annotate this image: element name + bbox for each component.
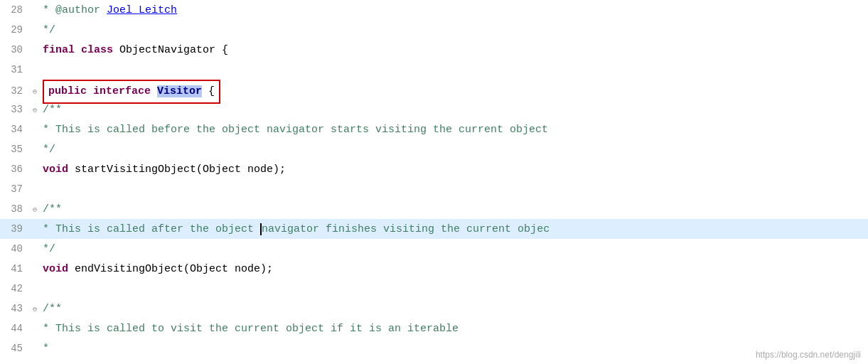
code-line-32: 32⊖public interface Visitor {	[0, 80, 868, 100]
code-content-39: * This is called after the object naviga…	[40, 220, 868, 240]
code-line-36: 36 void startVisitingObject(Object node)…	[0, 159, 868, 179]
code-content-41: void endVisitingObject(Object node);	[40, 259, 868, 279]
line-number-35: 35	[0, 139, 30, 159]
code-line-29: 29 */	[0, 20, 868, 40]
code-content-34: * This is called before the object navig…	[40, 120, 868, 140]
code-line-40: 40 */	[0, 239, 868, 259]
code-content-43: /**	[40, 299, 868, 319]
line-number-28: 28	[0, 0, 30, 20]
code-line-41: 41 void endVisitingObject(Object node);	[0, 259, 868, 279]
fold-indicator-43[interactable]: ⊖	[30, 299, 40, 320]
fold-indicator-33[interactable]: ⊖	[30, 100, 40, 121]
code-line-34: 34 * This is called before the object na…	[0, 119, 868, 139]
line-number-37: 37	[0, 179, 30, 199]
code-line-45: 45 *	[0, 338, 868, 358]
code-line-38: 38⊖ /**	[0, 199, 868, 219]
line-number-39: 39	[0, 219, 30, 239]
line-number-44: 44	[0, 318, 30, 338]
watermark: https://blog.csdn.net/dengjili	[756, 350, 861, 360]
code-line-39: 39 * This is called after the object nav…	[0, 219, 868, 239]
line-number-34: 34	[0, 119, 30, 139]
line-number-36: 36	[0, 159, 30, 179]
code-content-40: */	[40, 240, 868, 259]
line-number-42: 42	[0, 279, 30, 299]
code-line-37: 37	[0, 179, 868, 199]
code-line-30: 30final class ObjectNavigator {	[0, 40, 868, 60]
code-line-42: 42	[0, 279, 868, 299]
line-number-43: 43	[0, 299, 30, 318]
fold-indicator-32[interactable]: ⊖	[30, 82, 40, 102]
code-lines: 28 * @author Joel Leitch29 */30final cla…	[0, 0, 868, 358]
code-line-33: 33⊖ /**	[0, 100, 868, 119]
code-content-28: * @author Joel Leitch	[40, 1, 868, 21]
code-content-30: final class ObjectNavigator {	[40, 41, 868, 60]
code-line-28: 28 * @author Joel Leitch	[0, 0, 868, 20]
code-content-33: /**	[40, 100, 868, 120]
line-number-31: 31	[0, 60, 30, 80]
fold-indicator-38[interactable]: ⊖	[30, 200, 40, 220]
code-content-36: void startVisitingObject(Object node);	[40, 160, 868, 180]
code-content-29: */	[40, 21, 868, 41]
line-number-29: 29	[0, 20, 30, 40]
code-line-43: 43⊖ /**	[0, 299, 868, 318]
code-content-45: *	[40, 339, 868, 359]
line-number-30: 30	[0, 40, 30, 60]
code-line-44: 44 * This is called to visit the current…	[0, 318, 868, 338]
line-number-41: 41	[0, 259, 30, 279]
code-line-31: 31	[0, 60, 868, 80]
code-editor: 28 * @author Joel Leitch29 */30final cla…	[0, 0, 868, 364]
line-number-38: 38	[0, 199, 30, 219]
code-content-38: /**	[40, 200, 868, 220]
line-number-40: 40	[0, 239, 30, 259]
line-number-45: 45	[0, 338, 30, 358]
line-number-33: 33	[0, 100, 30, 119]
code-content-44: * This is called to visit the current ob…	[40, 319, 868, 339]
code-line-35: 35 */	[0, 139, 868, 159]
code-content-35: */	[40, 140, 868, 160]
line-number-32: 32	[0, 81, 30, 101]
